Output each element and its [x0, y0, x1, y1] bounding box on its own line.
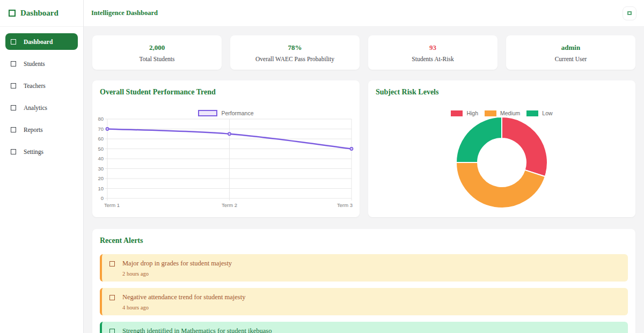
stat-value: admin	[561, 43, 580, 52]
stat-card-current-user: adminCurrent User	[506, 35, 635, 70]
svg-text:Term 2: Term 2	[222, 202, 237, 208]
app-logo-icon	[9, 10, 16, 17]
sidebar-nav: DashboardStudentsTeachersAnalyticsReport…	[0, 27, 83, 166]
stat-card-students-at-risk: 93Students At-Risk	[368, 35, 497, 70]
page-title: Intelligence Dashboard	[91, 9, 158, 17]
panel-toggle-button[interactable]	[623, 6, 636, 20]
svg-text:70: 70	[98, 126, 104, 132]
stat-value: 2,000	[149, 43, 165, 52]
square-icon	[11, 105, 16, 110]
alert-item[interactable]: Strength identified in Mathematics for s…	[100, 322, 628, 333]
square-icon	[11, 83, 16, 88]
alert-message: Strength identified in Mathematics for s…	[122, 327, 272, 333]
svg-text:60: 60	[98, 136, 104, 142]
recent-alerts-card: Recent Alerts Major drop in grades for s…	[92, 229, 635, 333]
charts-row: Overall Student Performance Trend Perfor…	[92, 80, 635, 217]
top-header: Intelligence Dashboard	[84, 0, 644, 27]
stat-value: 78%	[288, 43, 302, 52]
main-content: 2,000Total Students78%Overall WAEC Pass …	[84, 27, 644, 333]
square-icon	[11, 61, 16, 66]
sidebar: Dashboard DashboardStudentsTeachersAnaly…	[0, 0, 84, 333]
stat-value: 93	[429, 43, 436, 52]
svg-text:80: 80	[98, 116, 104, 122]
alert-message: Major drop in grades for student majesty	[122, 260, 232, 268]
content-column: Intelligence Dashboard 2,000Total Studen…	[84, 0, 644, 333]
sidebar-logo: Dashboard	[0, 0, 83, 27]
svg-text:30: 30	[98, 166, 104, 172]
sidebar-item-teachers[interactable]: Teachers	[5, 77, 78, 94]
square-icon	[11, 149, 16, 154]
alert-square-icon	[109, 261, 115, 267]
sidebar-item-analytics[interactable]: Analytics	[5, 99, 78, 116]
svg-text:50: 50	[98, 146, 104, 152]
alert-timestamp: 2 hours ago	[122, 271, 620, 277]
stat-label: Students At-Risk	[412, 56, 453, 62]
alerts-title: Recent Alerts	[100, 236, 628, 245]
sidebar-item-students[interactable]: Students	[5, 55, 78, 72]
stat-label: Current User	[555, 56, 587, 62]
sidebar-item-dashboard[interactable]: Dashboard	[5, 33, 78, 50]
stats-row: 2,000Total Students78%Overall WAEC Pass …	[92, 35, 635, 70]
square-icon	[627, 11, 632, 15]
performance-trend-card: Overall Student Performance Trend Perfor…	[92, 80, 360, 217]
stat-card-total-students: 2,000Total Students	[92, 35, 222, 70]
square-icon	[11, 39, 16, 45]
alert-square-icon	[109, 295, 115, 300]
risk-levels-card: Subject Risk Levels HighMediumLow	[368, 80, 635, 217]
alert-message: Negative attendance trend for student ma…	[122, 293, 245, 301]
alert-timestamp: 4 hours ago	[122, 305, 620, 310]
svg-text:Term 1: Term 1	[104, 202, 120, 208]
sidebar-item-label: Teachers	[24, 83, 46, 89]
sidebar-item-label: Analytics	[24, 105, 47, 111]
alert-item[interactable]: Negative attendance trend for student ma…	[100, 288, 628, 315]
sidebar-item-label: Students	[24, 61, 45, 67]
app-root: Dashboard DashboardStudentsTeachersAnaly…	[0, 0, 644, 333]
sidebar-item-label: Dashboard	[24, 39, 53, 45]
app-title: Dashboard	[20, 9, 58, 18]
svg-text:40: 40	[98, 156, 104, 161]
stat-card-overall-waec-pass-probability: 78%Overall WAEC Pass Probability	[230, 35, 360, 70]
alert-item[interactable]: Major drop in grades for student majesty…	[100, 254, 628, 282]
line-chart-title: Overall Student Performance Trend	[100, 88, 216, 97]
stat-label: Total Students	[140, 56, 175, 62]
square-icon	[11, 127, 16, 132]
sidebar-item-label: Settings	[24, 149, 43, 155]
alerts-list: Major drop in grades for student majesty…	[100, 254, 628, 333]
sidebar-item-reports[interactable]: Reports	[5, 121, 78, 138]
donut-chart-title: Subject Risk Levels	[376, 88, 438, 97]
svg-text:0: 0	[101, 195, 104, 201]
sidebar-item-settings[interactable]: Settings	[5, 143, 78, 160]
svg-text:10: 10	[98, 186, 104, 191]
svg-text:Term 3: Term 3	[337, 202, 353, 208]
alert-square-icon	[109, 329, 115, 333]
stat-label: Overall WAEC Pass Probability	[255, 56, 334, 62]
svg-text:20: 20	[98, 175, 104, 181]
sidebar-item-label: Reports	[24, 127, 43, 133]
